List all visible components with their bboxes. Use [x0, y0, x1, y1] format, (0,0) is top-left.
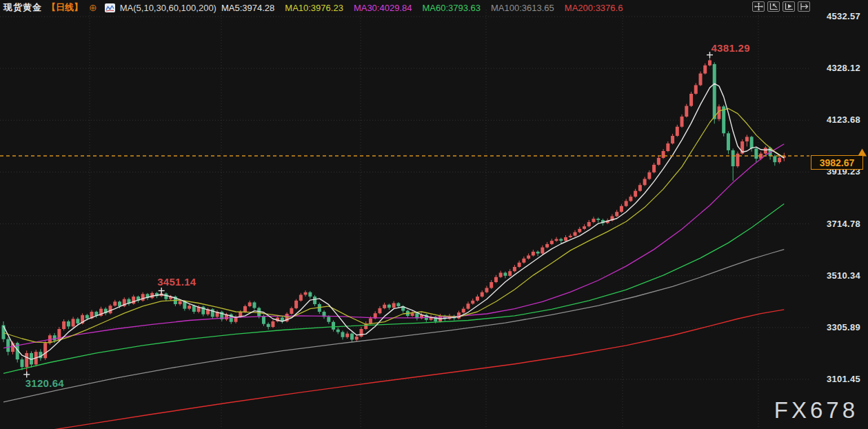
candle-body [592, 219, 595, 222]
legend-ma60: MA60:3793.63 [422, 3, 481, 13]
candle-body [545, 244, 549, 248]
period-label[interactable]: 【日线】 [47, 1, 83, 14]
candle-body [680, 117, 684, 127]
candle-body [503, 272, 507, 275]
candle-body [336, 330, 340, 332]
candle-body [85, 315, 89, 319]
candle-body [569, 236, 572, 237]
legend-ma10: MA10:3976.23 [285, 3, 343, 13]
candle-body [745, 137, 749, 141]
candle-body [304, 292, 307, 295]
candle-body [109, 306, 112, 313]
candle-body [383, 305, 386, 308]
candle-body [615, 212, 618, 216]
candle-body [489, 282, 493, 288]
ma-line-ma60 [3, 204, 784, 374]
candle-body [192, 306, 196, 312]
indicator-chart-icon[interactable] [105, 3, 115, 12]
candle-body [620, 206, 623, 212]
y-axis-label: 3714.78 [827, 219, 860, 229]
candle-body [188, 306, 191, 308]
candle-body [471, 301, 474, 303]
candle-body [462, 309, 465, 313]
candle-body [476, 297, 479, 301]
candle-body [313, 297, 316, 304]
candle-body [634, 191, 637, 197]
ma-line-ma200 [3, 310, 784, 429]
candle-body [76, 319, 79, 323]
candle-body [750, 137, 754, 148]
candle-body [113, 301, 117, 306]
candle-body [643, 179, 647, 185]
candle-body [564, 237, 567, 241]
y-axis-label: 4123.68 [827, 114, 860, 125]
candle-body [62, 321, 65, 329]
candle-body [559, 239, 563, 241]
candle-body [499, 272, 503, 277]
candle-body [574, 232, 577, 236]
candle-body [118, 301, 121, 306]
candle-body [378, 308, 381, 313]
candle-body [652, 165, 656, 172]
candlestick-chart[interactable] [0, 0, 868, 429]
candle-body [467, 303, 470, 308]
candle-body [513, 267, 516, 271]
candle-body [243, 306, 247, 312]
play-to-end-icon[interactable] [783, 1, 795, 12]
move-crosshair-icon[interactable] [752, 1, 765, 12]
candle-body [345, 334, 349, 337]
candle-body [20, 359, 23, 367]
extreme-price-label: 3120.64 [26, 377, 64, 389]
candle-body [294, 301, 298, 308]
candle-body [252, 302, 256, 308]
candle-body [536, 252, 540, 254]
candle-body [522, 259, 525, 263]
add-indicator-icon[interactable]: ⊕ [89, 3, 97, 12]
trading-chart-app: { "header": { "symbol": "现货黄金", "period"… [0, 0, 868, 429]
candle-body [53, 335, 57, 340]
candle-body [6, 339, 10, 352]
candle-body [532, 252, 535, 256]
candle-body [647, 172, 651, 179]
extreme-price-label: 3451.14 [157, 276, 196, 288]
candle-body [550, 241, 554, 244]
chart-toolbar [752, 1, 810, 12]
candle-body [629, 197, 632, 201]
extreme-price-label: 4381.29 [711, 42, 749, 54]
candle-body [508, 271, 512, 276]
candle-body [596, 219, 600, 220]
candle-body [494, 277, 498, 282]
candle-body [57, 329, 61, 341]
candle-body [689, 94, 693, 106]
candle-body [541, 248, 544, 254]
legend-ma200: MA200:3376.6 [565, 3, 623, 13]
zoom-reset-icon[interactable] [767, 1, 780, 12]
pan-right-icon[interactable] [798, 1, 810, 12]
candle-body [657, 158, 660, 165]
candle-body [685, 106, 688, 117]
candle-body [369, 319, 372, 323]
candle-body [327, 317, 330, 321]
ma-legend: MA5:3974.28MA10:3976.23MA30:4029.84MA60:… [221, 3, 623, 13]
chart-header: 现货黄金 【日线】 ⊕ MA(5,10,30,60,100,200) MA5:3… [0, 0, 868, 15]
candle-body [164, 294, 168, 299]
candle-body [267, 324, 270, 327]
candle-body [708, 60, 711, 65]
candle-body [778, 158, 781, 163]
candle-body [290, 308, 293, 314]
candle-body [359, 329, 363, 337]
candle-body [527, 255, 530, 258]
candle-body [754, 148, 758, 159]
candle-body [308, 292, 312, 297]
candle-body [392, 303, 396, 308]
candle-body [262, 317, 265, 324]
candle-body [248, 302, 252, 306]
current-price-badge: 3982.67 [811, 155, 863, 170]
ma-group-label: MA(5,10,30,60,100,200) [120, 3, 216, 13]
candle-body [666, 143, 669, 151]
candle-body [299, 295, 303, 300]
candle-body [67, 321, 70, 326]
candle-body [625, 201, 628, 206]
candle-body [350, 334, 354, 340]
y-axis-label: 3101.45 [827, 374, 860, 384]
